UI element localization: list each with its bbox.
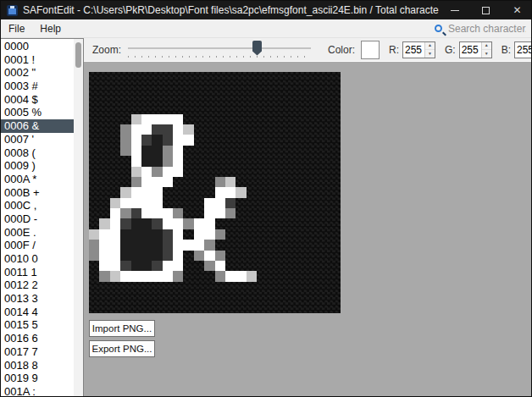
close-button[interactable]: ✕ xyxy=(502,1,532,19)
list-item[interactable]: 0013 3 xyxy=(1,292,74,306)
glyph-pixel xyxy=(110,251,120,261)
glyph-pixel xyxy=(173,114,183,124)
glyph-pixel xyxy=(225,177,236,187)
glyph-pixel xyxy=(141,208,152,218)
glyph-pixel xyxy=(141,124,152,135)
glyph-pixel xyxy=(120,240,130,250)
list-item[interactable]: 0018 8 xyxy=(1,359,74,372)
list-item[interactable]: 0005 % xyxy=(1,106,74,119)
toolbar: Zoom: Color: R:255▲▼G:255▲▼B:255▲▼A:255▲… xyxy=(84,38,532,62)
import-png-button[interactable]: Import PNG... xyxy=(89,320,155,337)
menu-item-file[interactable]: File xyxy=(1,19,32,37)
character-list: 00000001 !0002 "0003 #0004 $0005 %0006 &… xyxy=(1,40,74,397)
list-item[interactable]: 000A * xyxy=(1,173,74,186)
channel-b: B:255▲▼ xyxy=(502,41,532,58)
glyph-pixel xyxy=(110,229,120,240)
list-item[interactable]: 0002 " xyxy=(1,66,74,80)
glyph-pixel xyxy=(120,208,130,218)
glyph-pixel xyxy=(173,251,183,261)
glyph-pixel xyxy=(173,135,183,145)
glyph-pixel xyxy=(99,218,109,229)
channel-value[interactable]: 255 xyxy=(460,42,481,58)
glyph-pixel xyxy=(215,198,225,208)
channel-value-input[interactable]: 255▲▼ xyxy=(459,41,492,58)
list-item[interactable]: 0004 $ xyxy=(1,93,74,107)
glyph-pixel xyxy=(152,187,162,197)
spinner-down-icon[interactable]: ▼ xyxy=(482,50,491,58)
spinner-up-icon[interactable]: ▲ xyxy=(425,42,435,51)
glyph-pixel xyxy=(120,251,130,261)
list-item[interactable]: 0008 ( xyxy=(1,146,74,160)
glyph-pixel xyxy=(131,251,141,261)
glyph-pixel xyxy=(89,229,99,240)
channel-value-input[interactable]: 255▲▼ xyxy=(514,41,532,58)
list-item[interactable]: 0007 ' xyxy=(1,133,74,146)
list-item[interactable]: 0014 4 xyxy=(1,306,74,319)
glyph-pixel xyxy=(163,251,173,261)
list-item[interactable]: 0015 5 xyxy=(1,318,74,332)
glyph-pixel xyxy=(173,124,183,135)
glyph-pixel xyxy=(204,198,214,208)
list-item[interactable]: 000B + xyxy=(1,186,74,200)
glyph-pixel xyxy=(131,114,141,124)
glyph-pixel xyxy=(152,124,162,135)
channel-label: G: xyxy=(445,44,456,56)
spinner-down-icon[interactable]: ▼ xyxy=(425,50,435,58)
export-png-button[interactable]: Export PNG... xyxy=(89,340,155,357)
list-item[interactable]: 0006 & xyxy=(1,119,74,133)
glyph-pixel xyxy=(131,124,141,135)
search-icon xyxy=(435,25,442,32)
search-input[interactable] xyxy=(448,23,526,35)
glyph-pixel xyxy=(163,135,173,145)
list-item[interactable]: 000D - xyxy=(1,212,74,226)
close-icon: ✕ xyxy=(513,5,521,15)
maximize-icon xyxy=(482,7,490,14)
list-item[interactable]: 000F / xyxy=(1,239,74,252)
glyph-pixel xyxy=(173,271,183,281)
channel-value-input[interactable]: 255▲▼ xyxy=(402,41,435,58)
list-scrollbar[interactable] xyxy=(74,39,83,397)
menu-item-help[interactable]: Help xyxy=(32,19,69,37)
glyph-pixel xyxy=(120,124,130,135)
glyph-pixel xyxy=(141,114,152,124)
channel-value[interactable]: 255 xyxy=(403,42,424,58)
list-item[interactable]: 0019 9 xyxy=(1,372,74,385)
list-item[interactable]: 0017 7 xyxy=(1,345,74,359)
glyph-pixel xyxy=(183,124,193,135)
list-item[interactable]: 0011 1 xyxy=(1,266,74,279)
maximize-button[interactable] xyxy=(470,1,502,19)
glyph-pixel xyxy=(183,218,193,229)
list-item[interactable]: 0001 ! xyxy=(1,53,74,67)
zoom-slider[interactable] xyxy=(126,40,313,60)
glyph-pixel xyxy=(163,240,173,250)
glyph-pixel xyxy=(99,229,109,240)
list-item[interactable]: 0000 xyxy=(1,40,74,53)
channel-value[interactable]: 255 xyxy=(515,42,532,58)
glyph-pixel xyxy=(225,198,236,208)
color-swatch[interactable] xyxy=(361,41,380,59)
spinner-up-icon[interactable]: ▲ xyxy=(482,42,491,51)
slider-track[interactable] xyxy=(128,47,311,49)
glyph-pixel xyxy=(163,271,173,281)
list-item[interactable]: 000C , xyxy=(1,199,74,212)
slider-thumb[interactable] xyxy=(252,41,262,56)
glyph-pixel xyxy=(141,135,152,145)
list-item[interactable]: 0016 6 xyxy=(1,332,74,345)
list-item[interactable]: 000E . xyxy=(1,226,74,240)
glyph-pixel xyxy=(163,177,173,187)
glyph-pixel xyxy=(173,208,183,218)
list-item[interactable]: 0012 2 xyxy=(1,278,74,292)
glyph-pixel xyxy=(141,251,152,261)
glyph-pixel xyxy=(141,187,152,197)
glyph-pixel xyxy=(131,208,141,218)
glyph-canvas[interactable] xyxy=(89,72,341,313)
list-item[interactable]: 001A : xyxy=(1,385,74,397)
list-item[interactable]: 0010 0 xyxy=(1,252,74,266)
list-item[interactable]: 0009 ) xyxy=(1,159,74,173)
list-item[interactable]: 0003 # xyxy=(1,80,74,93)
glyph-pixel xyxy=(215,229,225,240)
scrollbar-thumb[interactable] xyxy=(75,42,81,68)
glyph-pixel xyxy=(141,261,152,271)
glyph-pixel xyxy=(131,271,141,281)
minimize-button[interactable] xyxy=(439,1,470,19)
